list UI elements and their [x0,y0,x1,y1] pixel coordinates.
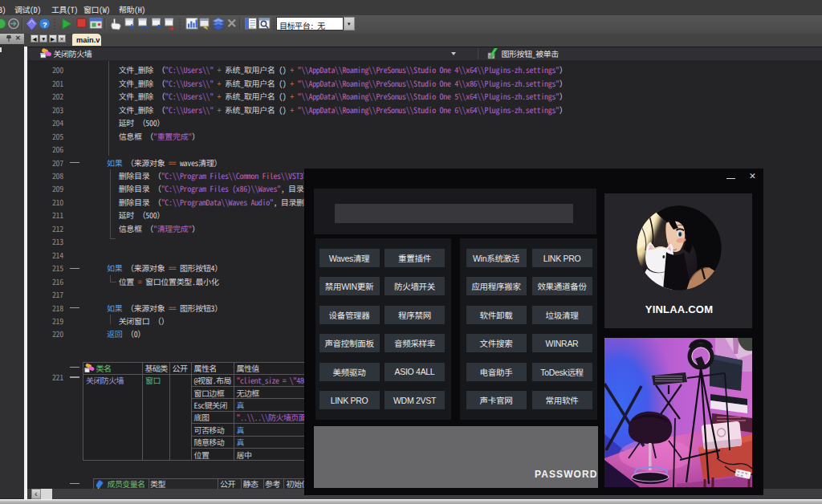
svg-text:?: ? [43,20,47,29]
